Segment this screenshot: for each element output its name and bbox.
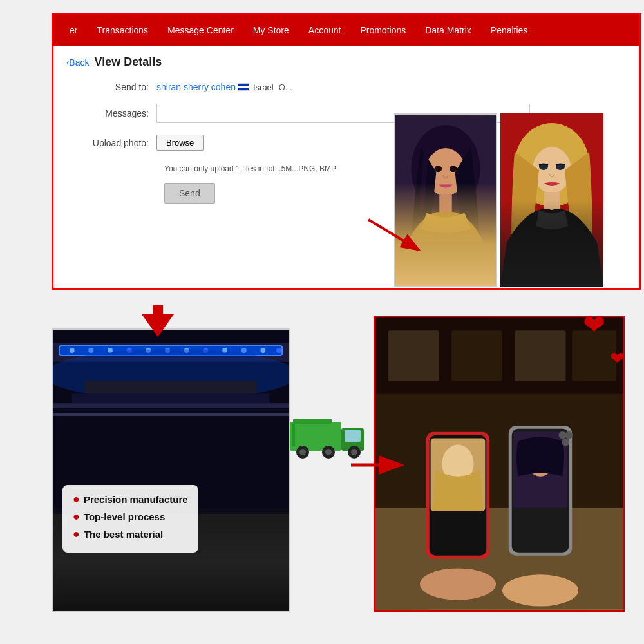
svg-rect-53 (293, 419, 332, 424)
svg-rect-61 (515, 330, 566, 381)
svg-point-6 (450, 166, 457, 172)
svg-point-21 (88, 348, 93, 353)
content-area: ‹ Back View Details Send to: shiran sher… (53, 46, 639, 213)
svg-rect-15 (153, 305, 163, 316)
svg-rect-7 (439, 194, 452, 213)
svg-point-48 (299, 449, 306, 455)
svg-rect-60 (451, 330, 502, 381)
israel-flag-icon (238, 83, 249, 91)
features-box: ● Precision manufacture ● Top-level proc… (62, 485, 198, 553)
phone-cases-bg (375, 317, 623, 610)
down-arrow-icon (138, 301, 177, 343)
top-section: er Transactions Message Center My Store … (52, 13, 641, 290)
upload-photo-label: Upload photo: (66, 138, 156, 148)
messages-label: Messages: (66, 108, 156, 118)
upload-hint-text: You can only upload 1 files in tot...5M.… (164, 164, 336, 173)
blonde-photo-bg (500, 113, 603, 287)
svg-marker-14 (142, 314, 174, 337)
svg-point-29 (242, 348, 247, 353)
country-label: Israel (253, 82, 274, 92)
browse-button[interactable]: Browse (156, 135, 204, 151)
photo-blonde (500, 113, 603, 287)
svg-rect-54 (292, 424, 295, 446)
nav-item-transactions[interactable]: Transactions (87, 15, 158, 46)
nav-item-promotions[interactable]: Promotions (350, 15, 415, 46)
feature-item-3: ● The best material (73, 527, 188, 541)
svg-point-75 (565, 431, 573, 439)
svg-rect-33 (84, 381, 256, 394)
svg-rect-13 (544, 192, 560, 210)
feature-text-1: Precision manufacture (84, 494, 188, 505)
svg-rect-59 (388, 330, 439, 381)
svg-rect-44 (290, 422, 341, 451)
svg-rect-63 (375, 508, 623, 610)
right-arrow-icon (348, 452, 406, 480)
bullet-2-icon: ● (73, 510, 80, 524)
svg-rect-34 (72, 393, 270, 403)
svg-point-31 (276, 348, 281, 353)
nav-item-data-matrix[interactable]: Data Matrix (415, 15, 481, 46)
arrow-to-photos-icon (362, 213, 426, 265)
svg-point-20 (70, 348, 75, 353)
svg-rect-46 (345, 430, 361, 442)
nav-item-penalties[interactable]: Penalties (481, 15, 538, 46)
page-title: View Details (94, 55, 162, 69)
svg-point-5 (434, 166, 442, 172)
nav-item-my-store[interactable]: My Store (243, 15, 299, 46)
recipient-extra: O... (279, 82, 292, 92)
nav-item-account[interactable]: Account (299, 15, 351, 46)
svg-rect-41 (187, 559, 282, 610)
svg-rect-35 (53, 403, 289, 408)
back-link[interactable]: Back (69, 57, 89, 68)
send-to-row: Send to: shiran sherry cohen Israel O... (66, 82, 626, 92)
svg-rect-36 (53, 413, 289, 416)
send-to-value: shiran sherry cohen (156, 82, 236, 92)
view-details-header: ‹ Back View Details (66, 55, 626, 69)
svg-line-1 (368, 220, 417, 249)
svg-point-76 (562, 439, 569, 446)
heart-large-icon: ❤ (583, 309, 605, 341)
feature-text-2: Top-level process (84, 511, 165, 522)
nav-item-er[interactable]: er (60, 15, 87, 46)
phone-cases-image (374, 316, 625, 612)
bullet-3-icon: ● (73, 527, 80, 541)
nav-bar: er Transactions Message Center My Store … (53, 15, 639, 46)
feature-item-2: ● Top-level process (73, 510, 188, 524)
manufacturing-bg: ● Precision manufacture ● Top-level proc… (53, 330, 289, 611)
svg-rect-42 (72, 569, 142, 600)
svg-rect-40 (59, 559, 155, 610)
svg-point-65 (502, 574, 578, 606)
svg-rect-43 (200, 569, 270, 600)
delivery-arrow-svg (348, 452, 406, 478)
send-to-label: Send to: (66, 82, 156, 92)
nav-item-message-center[interactable]: Message Center (158, 15, 243, 46)
feature-item-1: ● Precision manufacture (73, 493, 188, 506)
bullet-1-icon: ● (73, 493, 80, 506)
heart-small-icon: ❤ (610, 348, 625, 369)
manufacturing-image: ● Precision manufacture ● Top-level proc… (52, 328, 290, 612)
svg-point-50 (325, 449, 332, 455)
send-button[interactable]: Send (164, 183, 215, 204)
feature-text-3: The best material (84, 529, 163, 540)
svg-point-64 (420, 568, 496, 600)
svg-point-30 (260, 348, 265, 353)
